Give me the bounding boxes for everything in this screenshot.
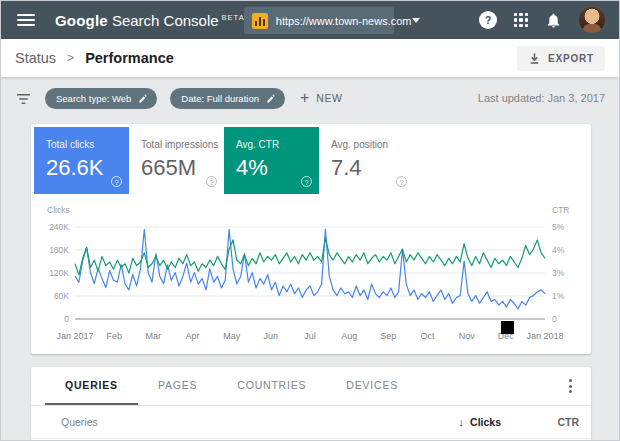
x-axis-label: May — [223, 331, 241, 341]
chip-label: Date: Full duration — [181, 93, 259, 104]
right-axis-tick: 1% — [552, 291, 565, 301]
filter-row: Search type: Web Date: Full duration + N… — [15, 86, 605, 110]
metric-card-total-impressions[interactable]: Total impressions 665M ? — [129, 127, 224, 194]
column-header-ctr[interactable]: CTR — [501, 416, 579, 428]
app-logo[interactable]: GoogleSearch ConsoleBETA — [55, 12, 245, 29]
right-axis-tick: 4% — [552, 245, 565, 255]
performance-summary-card: Total clicks 26.6K ? Total impressions 6… — [31, 124, 591, 354]
x-axis-label: Jun — [264, 331, 279, 341]
metric-help-icon[interactable]: ? — [396, 176, 407, 187]
right-axis-label: CTR — [552, 205, 569, 215]
x-axis-label: Jul — [304, 331, 316, 341]
left-axis-tick: 0 — [64, 314, 69, 324]
sort-descending-icon: ↓ — [459, 416, 465, 428]
filter-chip-search-type[interactable]: Search type: Web — [45, 88, 157, 109]
left-axis-tick: 60K — [54, 291, 69, 301]
property-selector[interactable]: https://www.town-news.com — [244, 7, 394, 34]
new-label: NEW — [316, 92, 342, 104]
column-header-clicks[interactable]: ↓ Clicks — [459, 416, 501, 428]
breadcrumb-status[interactable]: Status — [15, 50, 56, 66]
x-axis-label: Mar — [146, 331, 162, 341]
clicks-line — [75, 229, 545, 309]
dimensions-table-card: QUERIES PAGES COUNTRIES DEVICES Queries … — [31, 367, 591, 441]
x-axis-label: Nov — [459, 331, 476, 341]
left-axis-label: Clicks — [47, 205, 70, 215]
x-axis-label: Apr — [185, 331, 199, 341]
metric-help-icon[interactable]: ? — [301, 176, 312, 187]
x-axis-label: Jan 2018 — [526, 331, 563, 341]
metric-label: Avg. position — [331, 139, 414, 150]
user-avatar[interactable] — [579, 7, 605, 33]
more-options-icon[interactable] — [566, 376, 575, 396]
metric-cards: Total clicks 26.6K ? Total impressions 6… — [31, 124, 591, 194]
right-axis-tick: 5% — [552, 222, 565, 232]
left-axis-tick: 240K — [49, 222, 69, 232]
x-axis-label: Aug — [341, 331, 357, 341]
tab-countries[interactable]: COUNTRIES — [217, 367, 326, 405]
menu-icon[interactable] — [17, 14, 35, 26]
search-console-screen: GoogleSearch ConsoleBETA https://www.tow… — [0, 0, 620, 441]
edit-pencil-icon — [266, 93, 276, 103]
help-icon[interactable]: ? — [479, 11, 497, 29]
right-axis-tick: 0 — [552, 314, 557, 324]
right-axis-tick: 3% — [552, 268, 565, 278]
x-axis-label: Feb — [106, 331, 122, 341]
notifications-bell-icon[interactable] — [545, 12, 562, 29]
metric-label: Total clicks — [46, 139, 129, 150]
filter-chip-date[interactable]: Date: Full duration — [170, 88, 285, 109]
dropdown-caret-icon — [412, 18, 420, 27]
export-label: EXPORT — [548, 53, 594, 64]
top-app-bar: GoogleSearch ConsoleBETA https://www.tow… — [1, 1, 619, 39]
table-header-row: Queries ↓ Clicks CTR — [31, 406, 591, 439]
apps-grid-icon[interactable] — [514, 13, 528, 27]
metric-help-icon[interactable]: ? — [111, 176, 122, 187]
x-axis-label: Sep — [380, 331, 396, 341]
left-axis-tick: 180K — [49, 245, 69, 255]
metric-label: Total impressions — [141, 139, 224, 150]
metric-card-avg-position[interactable]: Avg. position 7.4 ? — [319, 127, 414, 194]
metric-help-icon[interactable]: ? — [206, 176, 217, 187]
chip-label: Search type: Web — [56, 93, 131, 104]
metric-card-avg-ctr[interactable]: Avg. CTR 4% ? — [224, 127, 319, 194]
product-name: Search Console — [112, 12, 219, 29]
x-axis-label: Oct — [420, 331, 435, 341]
last-updated-text: Last updated: Jan 3, 2017 — [478, 92, 605, 104]
column-header-queries[interactable]: Queries — [61, 416, 98, 428]
topbar-actions: ? — [479, 7, 607, 33]
tab-devices[interactable]: DEVICES — [326, 367, 418, 405]
plus-icon: + — [300, 90, 309, 106]
property-icon — [252, 13, 268, 29]
metric-card-total-clicks[interactable]: Total clicks 26.6K ? — [34, 127, 129, 194]
page-title: Performance — [85, 50, 174, 66]
edit-pencil-icon — [138, 93, 148, 103]
left-axis-tick: 120K — [49, 268, 69, 278]
brand-name: Google — [55, 12, 108, 29]
dimension-tabs: QUERIES PAGES COUNTRIES DEVICES — [31, 367, 591, 406]
filter-icon[interactable] — [15, 91, 32, 106]
x-axis-label: Jan 2017 — [56, 331, 93, 341]
export-button[interactable]: EXPORT — [517, 46, 605, 71]
new-filter-button[interactable]: + NEW — [300, 90, 343, 106]
tab-queries[interactable]: QUERIES — [45, 367, 138, 405]
tab-pages[interactable]: PAGES — [138, 367, 217, 405]
beta-badge: BETA — [222, 13, 245, 22]
download-icon — [528, 52, 541, 65]
mouse-cursor — [501, 321, 514, 334]
breadcrumb-separator-icon: > — [67, 51, 74, 65]
breadcrumb-bar: Status > Performance EXPORT — [1, 39, 619, 77]
metric-label: Avg. CTR — [236, 139, 319, 150]
property-url: https://www.town-news.com — [276, 15, 412, 27]
